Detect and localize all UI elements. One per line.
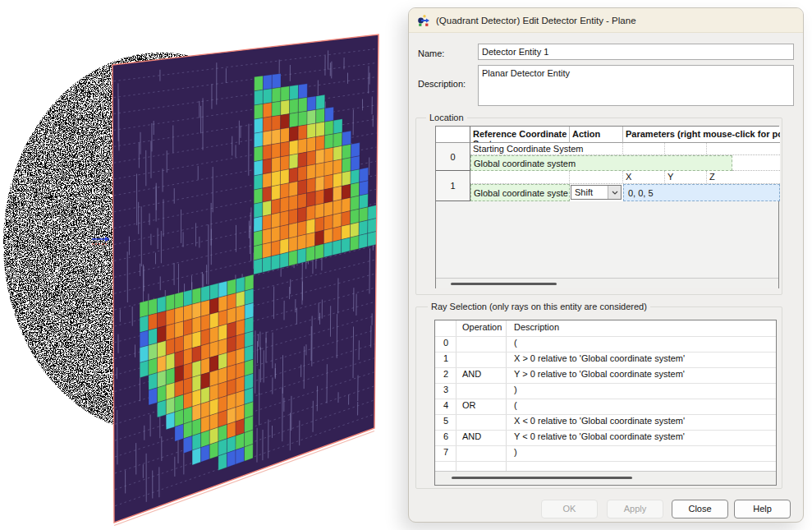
ray-row-description: ( (511, 399, 773, 412)
parameters-subheader-y: Y (665, 171, 707, 184)
apply-button[interactable]: Apply (607, 500, 663, 518)
ray-row[interactable]: 6 AND Y < 0 relative to 'Global coordina… (435, 430, 776, 446)
close-button[interactable]: Close (672, 500, 728, 518)
ray-row-index: 3 (440, 383, 456, 396)
ref-header-line1: Reference Coordinate (473, 129, 567, 139)
ok-button[interactable]: OK (541, 500, 598, 518)
ray-row-operation: AND (459, 367, 504, 380)
ray-row-operation (459, 414, 504, 417)
action-combobox[interactable]: Shift (571, 185, 622, 200)
detector-3d-view[interactable] (0, 0, 408, 530)
app-icon (417, 14, 430, 27)
empty-cell (470, 171, 570, 184)
location-row1-action-cell: Shift (570, 184, 623, 201)
location-header-parameters: Parameters (right mouse-click for po (623, 127, 780, 143)
ray-header-row: Operation Description (435, 320, 776, 337)
location-row1-reference-cell[interactable]: Global coordinate syste (470, 184, 570, 201)
empty-cell (732, 155, 780, 171)
ray-row[interactable]: 1 X > 0 relative to 'Global coordinate s… (435, 352, 776, 368)
ray-row-description: ( (511, 336, 773, 349)
ray-selection-table[interactable]: Operation Description 0 ( 1 X > 0 relati… (434, 320, 777, 486)
description-input[interactable]: Planar Detector Entity (478, 65, 794, 106)
ray-row-description: X > 0 relative to 'Global coordinate sys… (511, 352, 773, 365)
ray-row-index: 7 (440, 445, 456, 459)
location-table[interactable]: Reference Coordinate System Action Param… (435, 126, 779, 288)
ray-header-operation: Operation (459, 320, 504, 334)
dialog-titlebar[interactable]: (Quadrant Detector) Edit Detector Entity… (409, 8, 803, 33)
ray-row-operation: OR (459, 399, 504, 412)
location-hscrollbar-thumb[interactable] (451, 283, 557, 285)
ray-row-index: 5 (440, 414, 456, 427)
parameters-subheader-z: Z (707, 171, 780, 184)
location-hscrollbar[interactable] (436, 278, 778, 288)
ray-row-operation: AND (459, 430, 504, 443)
name-input[interactable] (478, 44, 794, 60)
location-row1-index[interactable]: 1 (436, 171, 470, 201)
empty-cell (570, 171, 623, 184)
empty-cell (707, 143, 780, 155)
ray-row-description: ) (511, 445, 773, 459)
ray-row-description: Y > 0 relative to 'Global coordinate sys… (511, 367, 773, 380)
ray-row-operation (459, 445, 504, 449)
empty-cell (623, 143, 665, 155)
combobox-drop-button[interactable] (608, 186, 621, 199)
empty-cell (665, 143, 707, 155)
ray-selection-group-label: Ray Selection (only rays on this entity … (428, 302, 650, 311)
ray-row[interactable]: 2 AND Y > 0 relative to 'Global coordina… (435, 367, 776, 384)
help-button[interactable]: Help (734, 500, 791, 518)
location-header-reference-coordinate: Reference Coordinate System (470, 127, 570, 143)
ray-row-index: 4 (440, 399, 456, 412)
ray-row[interactable]: 7 ) (435, 445, 776, 462)
location-row0-index[interactable]: 0 (436, 143, 470, 171)
dialog-title: (Quadrant Detector) Edit Detector Entity… (436, 16, 636, 25)
location-header-action: Action (570, 127, 623, 143)
viewport-3d[interactable] (0, 0, 408, 530)
parameters-subheader-x: X (623, 171, 665, 184)
ray-hscrollbar-thumb[interactable] (452, 477, 632, 479)
starting-coordinate-system-cell[interactable]: Starting Coordinate System (470, 143, 623, 155)
description-label: Description: (418, 79, 466, 89)
ray-row[interactable]: 4 OR ( (435, 399, 776, 415)
ray-row-operation (459, 383, 504, 386)
location-header-index (436, 127, 470, 143)
ray-row-index: 1 (440, 352, 456, 365)
location-row1-parameters-cell[interactable]: 0, 0, 5 (623, 184, 780, 201)
ray-row-index: 2 (440, 367, 456, 380)
ray-row[interactable]: 3 ) (435, 383, 776, 399)
ray-header-description: Description (511, 320, 773, 334)
ray-row-index: 0 (440, 336, 456, 349)
ray-row-operation (459, 336, 504, 339)
ray-row[interactable]: 0 ( (435, 336, 776, 353)
edit-detector-dialog: (Quadrant Detector) Edit Detector Entity… (408, 7, 804, 523)
ray-row-description: Y < 0 relative to 'Global coordinate sys… (511, 430, 773, 443)
detector-plane (92, 35, 378, 526)
ray-row-description: X < 0 relative to 'Global coordinate sys… (511, 414, 773, 427)
action-combobox-value: Shift (571, 187, 608, 197)
location-group-label: Location (426, 113, 467, 122)
chevron-down-icon (612, 191, 618, 195)
name-label: Name: (418, 48, 444, 58)
ray-row-description: ) (511, 383, 773, 396)
location-row0-reference-cell[interactable]: Global coordinate system (470, 155, 732, 171)
ray-row[interactable]: 5 X < 0 relative to 'Global coordinate s… (435, 414, 776, 431)
ray-row-operation (459, 352, 504, 355)
ray-hscrollbar[interactable] (435, 471, 776, 485)
ray-row-index: 6 (440, 430, 456, 443)
screenshot-root: (Quadrant Detector) Edit Detector Entity… (0, 0, 812, 530)
